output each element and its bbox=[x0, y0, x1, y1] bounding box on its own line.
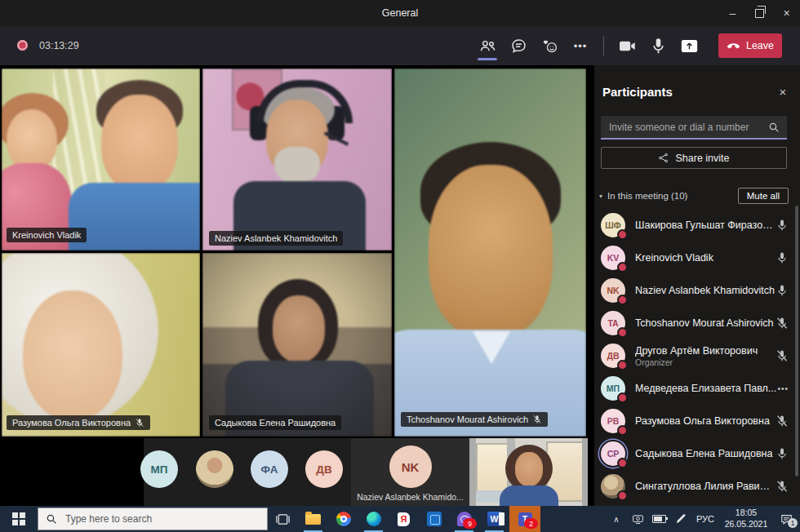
mic-muted-icon[interactable] bbox=[776, 415, 789, 428]
restore-button[interactable] bbox=[746, 0, 773, 26]
avatar-initials: СР bbox=[607, 449, 620, 459]
status-busy-dot bbox=[617, 360, 628, 370]
mic-muted-icon[interactable] bbox=[776, 349, 789, 362]
video-tile-tchoshanov[interactable]: Tchoshanov Mourat Ashirovich bbox=[394, 69, 586, 437]
word-icon: W bbox=[487, 512, 502, 526]
leave-button[interactable]: Leave bbox=[718, 33, 782, 58]
windows-logo-icon bbox=[12, 512, 25, 525]
tray-battery-button[interactable] bbox=[648, 506, 669, 532]
action-center-button[interactable]: 1 bbox=[772, 506, 800, 532]
audio-participants-strip: МП ФА ДВ NK Naziev Aslanbek Khamido... bbox=[0, 438, 588, 506]
blue-app-button[interactable] bbox=[419, 506, 449, 532]
participant-row[interactable]: ДВ Другов Артём Викторович Organizer bbox=[594, 339, 800, 372]
share-invite-label: Share invite bbox=[675, 153, 729, 164]
microphone-icon bbox=[650, 38, 667, 55]
word-button[interactable]: W bbox=[479, 506, 509, 532]
video-pixels bbox=[23, 290, 122, 421]
strip-avatar-photo[interactable] bbox=[196, 450, 233, 488]
participants-button[interactable] bbox=[472, 26, 503, 65]
participant-row[interactable]: МП Медведева Елизавета Павл... ••• bbox=[594, 372, 800, 405]
mic-toggle-button[interactable] bbox=[642, 26, 673, 65]
tile-name-label: Naziev Aslanbek Khamido... bbox=[351, 492, 469, 502]
window-title: General bbox=[0, 0, 800, 26]
more-actions-button[interactable]: ••• bbox=[565, 26, 596, 65]
edge-button[interactable] bbox=[358, 506, 389, 532]
chrome-button[interactable] bbox=[328, 506, 358, 532]
tile-name-label: Kreinovich Vladik bbox=[7, 228, 87, 242]
strip-avatar[interactable]: МП bbox=[140, 450, 178, 488]
teams-taskbar-button[interactable]: T 2 bbox=[509, 506, 540, 532]
avatar: ДВ bbox=[601, 344, 625, 368]
participant-row[interactable]: РВ Разумова Ольга Викторовна bbox=[594, 405, 800, 437]
participant-name: Разумова Ольга Викторовна bbox=[635, 415, 776, 427]
file-explorer-button[interactable] bbox=[298, 506, 328, 532]
viber-badge: 9 bbox=[463, 518, 477, 529]
video-tile-kreinovich[interactable]: Kreinovich Vladik bbox=[2, 69, 200, 250]
avatar-initials: NK bbox=[402, 460, 420, 474]
task-view-button[interactable] bbox=[268, 506, 298, 532]
mic-on-icon[interactable] bbox=[776, 251, 789, 264]
avatar: TA bbox=[601, 311, 625, 335]
participant-row[interactable]: NK Naziev Aslanbek Khamidovitch bbox=[594, 274, 800, 307]
invite-search-input[interactable] bbox=[601, 122, 768, 133]
task-view-icon bbox=[276, 512, 290, 526]
yandex-browser-button[interactable]: Я bbox=[389, 506, 419, 532]
tile-name-label: Naziev Aslanbek Khamidovitch bbox=[209, 231, 343, 246]
video-pixels bbox=[500, 485, 558, 506]
participant-info: Naziev Aslanbek Khamidovitch bbox=[635, 285, 776, 296]
participant-name: Садыкова Елена Рашидовна bbox=[215, 418, 336, 428]
camera-toggle-button[interactable] bbox=[611, 26, 642, 65]
mic-on-icon[interactable] bbox=[776, 447, 789, 460]
chat-button[interactable] bbox=[503, 26, 534, 65]
reactions-button[interactable] bbox=[534, 26, 565, 65]
taskbar-search-input[interactable] bbox=[64, 512, 260, 525]
video-tile-razumova[interactable]: Разумова Ольга Викторовна bbox=[2, 253, 200, 437]
participant-row[interactable]: TA Tchoshanov Mourat Ashirovich bbox=[594, 307, 800, 339]
mic-on-icon[interactable] bbox=[776, 284, 789, 297]
panel-scrollbar[interactable] bbox=[795, 206, 798, 477]
self-view-video[interactable] bbox=[469, 438, 588, 506]
more-options-icon[interactable]: ••• bbox=[777, 384, 789, 393]
participant-info: Садыкова Елена Рашидовна bbox=[635, 448, 776, 459]
toolbar-divider bbox=[603, 36, 604, 55]
chevron-down-icon[interactable]: ▾ bbox=[599, 193, 602, 200]
clock[interactable]: 18:05 26.05.2021 bbox=[720, 508, 772, 530]
camera-icon bbox=[619, 38, 636, 55]
chevron-up-icon: ∧ bbox=[613, 515, 619, 524]
strip-avatar[interactable]: ДВ bbox=[305, 450, 343, 488]
participant-row[interactable]: СР Садыкова Елена Рашидовна bbox=[594, 437, 800, 470]
audio-tile-naziev[interactable]: NK Naziev Aslanbek Khamido... bbox=[351, 438, 469, 506]
participant-name: Tchoshanov Mourat Ashirovich bbox=[635, 317, 776, 329]
participant-row[interactable]: Сингатуллова Лилия Равиле... bbox=[594, 470, 800, 503]
participant-row[interactable]: ШФ Шакирова Гульшат Фиразов... bbox=[594, 209, 800, 242]
mute-all-button[interactable]: Mute all bbox=[738, 188, 789, 204]
share-screen-icon bbox=[681, 38, 698, 55]
mic-muted-icon[interactable] bbox=[776, 480, 789, 493]
participant-name: Kreinovich Vladik bbox=[635, 252, 776, 264]
tray-overflow-button[interactable]: ∧ bbox=[606, 506, 627, 532]
participant-row[interactable]: KV Kreinovich Vladik bbox=[594, 242, 800, 274]
avatar: РВ bbox=[601, 409, 625, 433]
teams-badge: 2 bbox=[524, 518, 538, 529]
share-invite-button[interactable]: Share invite bbox=[601, 147, 787, 169]
mic-muted-icon[interactable] bbox=[776, 317, 789, 330]
viber-button[interactable]: 9 bbox=[449, 506, 479, 532]
tray-cast-button[interactable] bbox=[627, 506, 648, 532]
share-screen-button[interactable] bbox=[673, 26, 704, 65]
mic-on-icon[interactable] bbox=[776, 219, 789, 232]
video-tile-naziev[interactable]: Naziev Aslanbek Khamidovitch bbox=[202, 69, 392, 250]
section-label: In this meeting (10) bbox=[607, 191, 687, 201]
video-tile-sadykova[interactable]: Садыкова Елена Рашидовна bbox=[202, 253, 392, 437]
webcam-video bbox=[202, 253, 392, 437]
tray-pen-button[interactable] bbox=[669, 506, 691, 532]
language-indicator[interactable]: РУС bbox=[691, 514, 720, 524]
minimize-button[interactable]: – bbox=[719, 0, 746, 26]
start-button[interactable] bbox=[0, 506, 38, 532]
strip-avatar[interactable]: ФА bbox=[251, 450, 288, 488]
system-tray: ∧ РУС 18:05 26.05.2021 1 bbox=[606, 506, 800, 532]
participant-info: Tchoshanov Mourat Ashirovich bbox=[635, 317, 776, 329]
status-busy-dot bbox=[617, 490, 628, 501]
close-button[interactable]: × bbox=[773, 0, 800, 26]
panel-close-button[interactable]: × bbox=[772, 85, 793, 99]
avatar-initials: ДВ bbox=[607, 351, 619, 361]
